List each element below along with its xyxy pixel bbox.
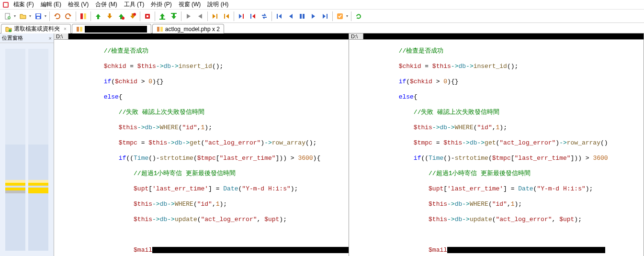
redo-button[interactable] <box>63 11 74 22</box>
redacted-path <box>68 33 349 39</box>
toolbar-separator <box>76 11 76 21</box>
svg-rect-26 <box>160 27 163 32</box>
toolbar-separator <box>90 11 91 21</box>
copy-right-advance-button[interactable] <box>210 11 220 22</box>
copy-right-button[interactable] <box>183 11 194 22</box>
diff-pane-button[interactable] <box>78 11 89 22</box>
location-pane-close[interactable]: × <box>49 35 52 41</box>
location-overview[interactable] <box>0 43 54 253</box>
left-code-view[interactable]: //檢查是否成功 $chkid = $this->db->insert_id()… <box>54 40 349 256</box>
open-folder-button[interactable] <box>18 11 28 22</box>
compare-icon <box>76 26 83 33</box>
svg-rect-17 <box>243 14 244 19</box>
svg-rect-23 <box>77 27 79 32</box>
tab-label: 選取檔案或資料夾 <box>14 25 60 33</box>
merge-left-all-button[interactable] <box>157 11 168 22</box>
menu-help[interactable]: 說明 (H) <box>204 0 231 9</box>
menu-view[interactable]: 檢視 (V) <box>65 0 91 9</box>
toolbar-separator <box>207 11 208 21</box>
menu-merge[interactable]: 合併 (M) <box>92 0 120 9</box>
svg-rect-25 <box>157 27 159 32</box>
dropdown-arrow-icon[interactable]: ▾ <box>345 14 350 18</box>
toolbar-separator <box>181 11 181 21</box>
svg-rect-14 <box>171 13 177 14</box>
new-file-button[interactable] <box>2 11 13 22</box>
left-pane-header: D:\ <box>54 33 349 40</box>
location-pane-title: 位置窗格 <box>2 34 23 42</box>
left-pane: D:\ //檢查是否成功 $chkid = $this->db->insert_… <box>54 33 349 256</box>
undo-button[interactable] <box>52 11 62 22</box>
nav-next-button[interactable] <box>308 11 319 22</box>
menu-plugins[interactable]: 外掛 (P) <box>148 0 174 9</box>
save-button[interactable] <box>33 11 44 22</box>
app-icon <box>2 1 10 9</box>
svg-rect-15 <box>216 14 217 19</box>
copy-left-button[interactable] <box>195 11 205 22</box>
svg-rect-9 <box>84 13 86 19</box>
toolbar-separator <box>49 11 50 21</box>
dropdown-arrow-icon[interactable]: ▾ <box>12 14 17 18</box>
menu-tools[interactable]: 工具 (T) <box>121 0 147 9</box>
toolbar-separator <box>155 11 155 21</box>
left-drive-label: D:\ <box>54 33 68 39</box>
toggle-view-button[interactable] <box>335 11 345 22</box>
copy-left-advance-button[interactable] <box>221 11 232 22</box>
location-pane: 位置窗格 × <box>0 33 54 256</box>
svg-rect-6 <box>36 14 40 16</box>
tab-redacted[interactable] <box>72 24 151 33</box>
svg-point-11 <box>133 13 136 16</box>
toolbar-separator <box>234 11 234 21</box>
nav-first-button[interactable] <box>274 11 284 22</box>
tab-select-files[interactable]: 選取檔案或資料夾 × <box>1 24 71 33</box>
prev-conflict-button[interactable] <box>116 11 126 22</box>
svg-point-22 <box>9 29 11 32</box>
tab-actlog[interactable]: actlog_model.php x 2 <box>152 24 224 33</box>
menu-bar: 檔案 (F) 編輯 (E) 檢視 (V) 合併 (M) 工具 (T) 外掛 (P… <box>0 0 644 10</box>
prev-diff-button[interactable] <box>93 11 103 22</box>
tab-label: actlog_model.php x 2 <box>165 26 220 33</box>
svg-rect-13 <box>159 19 165 20</box>
swap-panes-button[interactable] <box>259 11 270 22</box>
svg-rect-24 <box>80 27 82 32</box>
menu-window[interactable]: 視窗 (W) <box>176 0 204 9</box>
dropdown-arrow-icon[interactable]: ▾ <box>43 14 48 18</box>
next-conflict-button[interactable] <box>127 11 138 22</box>
menu-file[interactable]: 檔案 (F) <box>11 0 37 9</box>
svg-point-10 <box>122 17 124 20</box>
dropdown-arrow-icon[interactable]: ▾ <box>28 14 33 18</box>
svg-rect-16 <box>224 14 225 19</box>
location-pane-header: 位置窗格 × <box>0 33 54 43</box>
svg-rect-19 <box>277 14 278 19</box>
next-diff-button[interactable] <box>104 11 115 22</box>
redacted-path <box>363 33 644 39</box>
svg-rect-7 <box>37 17 40 19</box>
toolbar-separator <box>332 11 333 21</box>
toolbar-separator <box>351 11 351 21</box>
compare-icon <box>157 26 163 33</box>
menu-edit[interactable]: 編輯 (E) <box>38 0 64 9</box>
tab-close-button[interactable]: × <box>64 26 67 32</box>
right-code-view[interactable]: //檢查是否成功 $chkid = $this->db->insert_id()… <box>349 40 644 256</box>
right-pane-header: D:\ <box>349 33 644 40</box>
folder-select-icon <box>5 26 12 33</box>
svg-rect-2 <box>6 3 8 7</box>
nav-current-button[interactable] <box>297 11 307 22</box>
svg-rect-20 <box>327 14 328 19</box>
merge-right-all-button[interactable] <box>169 11 179 22</box>
toolbar-separator <box>271 11 272 21</box>
refresh-button[interactable] <box>353 11 364 22</box>
toolbar-separator <box>140 11 140 21</box>
tab-bar: 選取檔案或資料夾 × actlog_model.php x 2 <box>0 23 644 33</box>
redacted-label <box>85 26 147 33</box>
svg-rect-1 <box>4 3 6 7</box>
nav-last-button[interactable] <box>320 11 330 22</box>
nav-prev-button[interactable] <box>285 11 296 22</box>
svg-rect-18 <box>250 14 251 19</box>
svg-rect-8 <box>80 13 83 19</box>
last-diff-button[interactable] <box>248 11 258 22</box>
toolbar: ▾ ▾ ▾ ▾ <box>0 10 644 23</box>
right-pane: D:\ //檢查是否成功 $chkid = $this->db->insert_… <box>349 33 644 256</box>
first-diff-button[interactable] <box>236 11 247 22</box>
reload-button[interactable] <box>142 11 153 22</box>
work-area: 位置窗格 × <box>0 33 644 256</box>
